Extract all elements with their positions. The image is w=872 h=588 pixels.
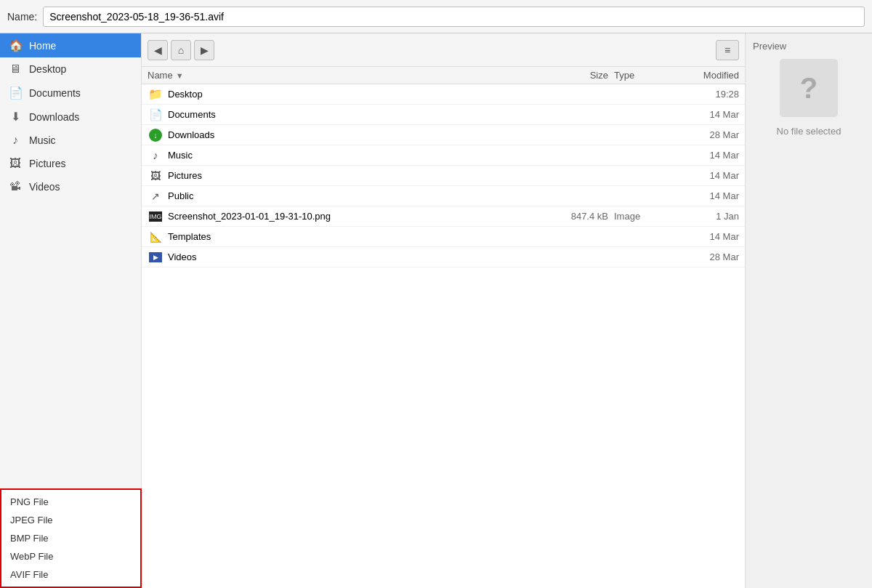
videos-icon: 📽 <box>9 180 22 193</box>
table-row[interactable]: 📁 Desktop 19:28 <box>142 84 745 105</box>
file-name: Music <box>168 150 543 161</box>
column-name[interactable]: Name ▼ <box>148 70 543 81</box>
sidebar-item-documents[interactable]: 📄 Documents <box>0 81 141 105</box>
file-icon: ↗ <box>148 190 164 203</box>
file-list-header: Name ▼ Size Type Modified <box>142 67 745 84</box>
name-bar: Name: <box>0 0 872 33</box>
column-size[interactable]: Size <box>543 70 608 81</box>
table-row[interactable]: 📐 Templates 14 Mar <box>142 227 745 247</box>
column-type[interactable]: Type <box>608 70 666 81</box>
file-modified: 14 Mar <box>666 109 739 120</box>
file-modified: 28 Mar <box>666 129 739 140</box>
file-modified: 1 Jan <box>666 211 739 222</box>
file-icon: ▶ <box>148 251 164 264</box>
file-icon: ↓ <box>148 129 164 142</box>
sidebar-item-pictures[interactable]: 🖼 Pictures <box>0 152 141 175</box>
preview-label: Preview <box>753 41 786 52</box>
pictures-icon: 🖼 <box>9 157 22 170</box>
desktop-icon: 🖥 <box>9 63 22 76</box>
forward-button[interactable]: ▶ <box>194 40 214 60</box>
file-name: Videos <box>168 251 543 262</box>
table-row[interactable]: IMG Screenshot_2023-01-01_19-31-10.png 8… <box>142 206 745 227</box>
view-icon: ≡ <box>724 44 730 56</box>
file-icon: ♪ <box>148 149 164 162</box>
file-list: 📁 Desktop 19:28 📄 Documents 14 Mar ↓ Dow… <box>142 84 745 588</box>
file-size: 847.4 kB <box>543 211 608 222</box>
filetype-option[interactable]: JPEG File <box>1 511 140 529</box>
back-icon: ◀ <box>154 44 162 56</box>
filetype-option[interactable]: BMP File <box>1 529 140 547</box>
file-name: Templates <box>168 231 543 242</box>
music-icon: ♪ <box>9 134 22 147</box>
table-row[interactable]: ↓ Downloads 28 Mar <box>142 125 745 145</box>
column-modified[interactable]: Modified <box>666 70 739 81</box>
preview-icon-box: ? <box>780 59 838 117</box>
filetype-option[interactable]: PNG File <box>1 493 140 511</box>
file-modified: 14 Mar <box>666 170 739 181</box>
file-type: Image <box>608 211 666 222</box>
file-icon: IMG <box>148 210 164 223</box>
file-icon: 🖼 <box>148 169 164 182</box>
file-modified: 14 Mar <box>666 190 739 201</box>
sidebar-label-desktop: Desktop <box>29 63 66 75</box>
downloads-icon: ⬇ <box>9 110 22 124</box>
file-icon: 📄 <box>148 108 164 121</box>
file-icon: 📁 <box>148 88 164 101</box>
documents-icon: 📄 <box>9 86 22 100</box>
preview-question-icon: ? <box>800 72 818 105</box>
file-name: Downloads <box>168 129 543 140</box>
sidebar-label-documents: Documents <box>29 87 81 99</box>
sidebar-item-music[interactable]: ♪ Music <box>0 129 141 152</box>
forward-icon: ▶ <box>201 44 209 56</box>
file-name: Screenshot_2023-01-01_19-31-10.png <box>168 211 543 222</box>
sidebar-label-pictures: Pictures <box>29 158 66 169</box>
file-name: Desktop <box>168 89 543 100</box>
sidebar-label-videos: Videos <box>29 181 60 193</box>
file-icon: 📐 <box>148 230 164 243</box>
file-name: Public <box>168 190 543 201</box>
file-name: Pictures <box>168 170 543 181</box>
back-button[interactable]: ◀ <box>148 40 168 60</box>
name-input[interactable] <box>43 7 865 27</box>
preview-panel: Preview ? No file selected <box>745 33 872 588</box>
file-modified: 19:28 <box>666 89 739 100</box>
table-row[interactable]: ↗ Public 14 Mar <box>142 186 745 206</box>
sidebar-label-downloads: Downloads <box>29 111 79 123</box>
file-name: Documents <box>168 109 543 120</box>
file-modified: 14 Mar <box>666 231 739 242</box>
browser-area: ◀ ⌂ ▶ ≡ Name ▼ Size <box>142 33 745 588</box>
name-label: Name: <box>7 11 37 23</box>
file-modified: 14 Mar <box>666 150 739 161</box>
sidebar-label-music: Music <box>29 134 56 146</box>
sidebar-item-home[interactable]: 🏠 Home <box>0 33 141 57</box>
home-button[interactable]: ⌂ <box>171 40 191 60</box>
view-options-button[interactable]: ≡ <box>716 40 739 60</box>
sort-arrow: ▼ <box>176 71 184 80</box>
home-nav-icon: ⌂ <box>178 44 184 56</box>
file-modified: 28 Mar <box>666 251 739 262</box>
filetype-option[interactable]: AVIF File <box>1 565 140 584</box>
table-row[interactable]: 📄 Documents 14 Mar <box>142 105 745 125</box>
table-row[interactable]: 🖼 Pictures 14 Mar <box>142 166 745 186</box>
sidebar-item-desktop[interactable]: 🖥 Desktop <box>0 57 141 81</box>
preview-no-file-text: No file selected <box>777 126 841 137</box>
sidebar-label-home: Home <box>29 40 56 52</box>
browser-toolbar: ◀ ⌂ ▶ ≡ <box>142 33 745 67</box>
home-icon: 🏠 <box>9 39 22 52</box>
sidebar-item-downloads[interactable]: ⬇ Downloads <box>0 105 141 129</box>
sidebar-item-videos[interactable]: 📽 Videos <box>0 175 141 198</box>
filetype-option[interactable]: WebP File <box>1 547 140 565</box>
table-row[interactable]: ▶ Videos 28 Mar <box>142 247 745 267</box>
file-type-dropdown: PNG FileJPEG FileBMP FileWebP FileAVIF F… <box>0 488 142 588</box>
table-row[interactable]: ♪ Music 14 Mar <box>142 145 745 166</box>
